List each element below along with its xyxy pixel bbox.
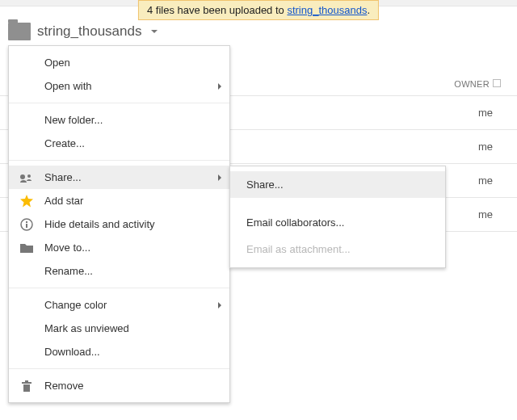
folder-icon	[8, 23, 31, 40]
owner-cell: me	[478, 174, 493, 187]
menu-move-to[interactable]: Move to...	[9, 236, 229, 259]
separator	[9, 160, 229, 161]
menu-change-color[interactable]: Change color	[9, 293, 229, 317]
chevron-right-icon	[218, 174, 221, 181]
star-icon	[20, 195, 33, 208]
menu-mark-unviewed[interactable]: Mark as unviewed	[9, 317, 229, 340]
separator	[9, 288, 229, 288]
menu-new-folder[interactable]: New folder...	[9, 108, 229, 132]
separator	[9, 103, 229, 103]
owner-column-header[interactable]: OWNER	[454, 79, 490, 89]
info-icon	[20, 218, 33, 231]
separator	[9, 368, 229, 369]
menu-download[interactable]: Download...	[9, 340, 229, 363]
upload-notification: 4 files have been uploaded to string_tho…	[138, 0, 379, 20]
chevron-right-icon	[218, 83, 221, 90]
owner-cell: me	[478, 141, 493, 153]
share-submenu: Share... Email collaborators... Email as…	[229, 166, 446, 268]
trash-icon	[20, 380, 33, 393]
sort-indicator-icon[interactable]	[493, 79, 501, 87]
menu-open[interactable]: Open	[9, 51, 229, 74]
menu-rename[interactable]: Rename...	[9, 259, 229, 283]
notification-link[interactable]: string_thousands	[287, 4, 367, 16]
submenu-email-collaborators[interactable]: Email collaborators...	[230, 209, 445, 236]
menu-add-star[interactable]: Add star	[9, 189, 229, 212]
notification-suffix: .	[367, 4, 370, 16]
menu-open-with[interactable]: Open with	[9, 74, 229, 98]
caret-down-icon	[151, 30, 158, 33]
svg-rect-1	[26, 224, 27, 228]
context-menu: Open Open with New folder... Create... S…	[8, 45, 230, 403]
spacer	[230, 198, 445, 209]
owner-cell: me	[478, 107, 493, 119]
breadcrumb-folder-name: string_thousands	[37, 23, 141, 40]
owner-cell: me	[478, 208, 493, 220]
share-icon	[20, 171, 33, 184]
svg-rect-2	[26, 221, 27, 223]
menu-remove[interactable]: Remove	[9, 374, 229, 397]
menu-hide-details[interactable]: Hide details and activity	[9, 212, 229, 236]
breadcrumb[interactable]: string_thousands	[8, 23, 158, 40]
chevron-right-icon	[218, 302, 221, 309]
menu-share[interactable]: Share...	[9, 166, 229, 189]
notification-text: 4 files have been uploaded to	[147, 4, 287, 16]
submenu-share[interactable]: Share...	[230, 171, 445, 198]
submenu-email-attachment: Email as attachment...	[230, 236, 445, 262]
menu-create[interactable]: Create...	[9, 132, 229, 155]
folder-icon	[20, 242, 33, 254]
